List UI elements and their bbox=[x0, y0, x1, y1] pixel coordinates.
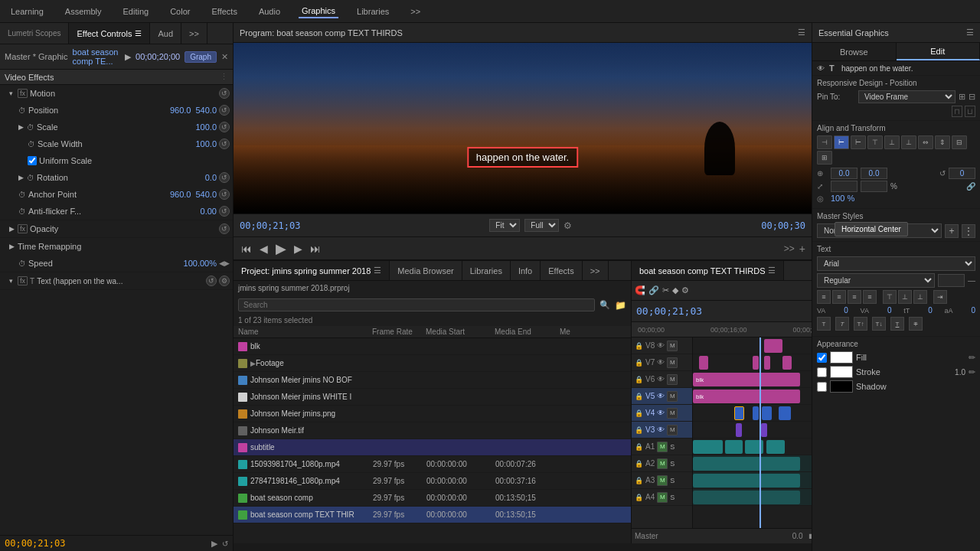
ec-close-icon[interactable]: ✕ bbox=[221, 52, 228, 62]
v3-clip1[interactable] bbox=[736, 423, 742, 437]
tab-libraries[interactable]: Libraries bbox=[462, 261, 511, 280]
stroke-width[interactable]: 1.0 bbox=[955, 368, 965, 377]
v6-clip[interactable]: blk bbox=[693, 373, 800, 386]
v3-lock[interactable]: 🔒 bbox=[635, 426, 643, 434]
motion-reset[interactable]: ↺ bbox=[219, 88, 230, 99]
rotation-input[interactable] bbox=[949, 168, 975, 179]
align-tr[interactable]: ⊔ bbox=[965, 106, 975, 117]
stroke-checkbox[interactable] bbox=[817, 367, 827, 377]
align-top-btn[interactable]: ⊤ bbox=[867, 135, 883, 149]
opacity-toggle[interactable]: ▶ bbox=[9, 225, 15, 233]
v3-eye[interactable]: 👁 bbox=[657, 425, 665, 434]
go-to-start-btn[interactable]: ⏮ bbox=[240, 241, 253, 256]
expand-arrow[interactable]: ▶ bbox=[250, 360, 256, 367]
position-y[interactable]: 540.0 bbox=[195, 106, 217, 115]
text-settings[interactable]: ⚙ bbox=[219, 276, 230, 286]
text-toggle[interactable]: ▾ bbox=[9, 277, 15, 285]
transform-y-input[interactable] bbox=[861, 168, 887, 179]
scale-width-stopwatch[interactable]: ⏱ bbox=[28, 140, 35, 148]
a4-clip1[interactable] bbox=[693, 491, 800, 504]
tr-toggle[interactable]: ▶ bbox=[9, 243, 15, 250]
align-bottom-btn[interactable]: ⊥ bbox=[901, 135, 916, 149]
align-center-h-btn[interactable]: ⊢ bbox=[834, 135, 849, 149]
a2-lock[interactable]: 🔒 bbox=[635, 460, 643, 468]
play-forward-icon[interactable]: ▶ bbox=[125, 52, 131, 62]
tab-val[interactable]: 0 bbox=[958, 306, 976, 315]
v8-lock[interactable]: 🔒 bbox=[635, 342, 643, 350]
baseline-val[interactable]: 0 bbox=[914, 306, 933, 315]
list-item[interactable]: blk bbox=[234, 338, 631, 355]
align-justify-text[interactable]: ≡ bbox=[863, 290, 877, 304]
ve-expand-icon[interactable]: ⋮ bbox=[220, 72, 228, 82]
sub-btn[interactable]: T↓ bbox=[872, 317, 886, 331]
align-tl[interactable]: ⊓ bbox=[952, 106, 962, 117]
anchor-y[interactable]: 540.0 bbox=[195, 190, 217, 199]
tab-project[interactable]: Project: jmins spring summer 2018 ☰ bbox=[234, 261, 390, 280]
fill-edit-icon[interactable]: ✏ bbox=[969, 353, 975, 363]
timeline-menu-icon[interactable]: ☰ bbox=[768, 266, 776, 276]
v8-eye[interactable]: 👁 bbox=[657, 341, 665, 350]
a3-clip1[interactable] bbox=[693, 474, 800, 487]
scale-value[interactable]: 100.0 bbox=[195, 122, 217, 132]
eg-tab-edit[interactable]: Edit bbox=[897, 43, 981, 60]
shadow-checkbox[interactable] bbox=[817, 382, 827, 392]
time-remapping-row[interactable]: ▶ Time Remapping bbox=[0, 238, 233, 255]
nav-overflow[interactable]: >> bbox=[407, 5, 423, 18]
opacity-pct[interactable]: 100 % bbox=[831, 194, 854, 203]
v7-clip1[interactable] bbox=[699, 356, 708, 370]
motion-toggle[interactable]: ▾ bbox=[9, 90, 15, 97]
distribute-h-btn[interactable]: ⇔ bbox=[918, 135, 933, 149]
motion-row[interactable]: ▾ fx Motion ↺ bbox=[0, 85, 233, 102]
tab-audio[interactable]: Aud bbox=[150, 23, 181, 44]
v4-clip1[interactable] bbox=[734, 406, 743, 420]
font-size-input[interactable]: 100 bbox=[938, 274, 965, 287]
v6-lock[interactable]: 🔒 bbox=[635, 376, 643, 383]
nav-item-graphics[interactable]: Graphics bbox=[299, 5, 338, 18]
v6-eye[interactable]: 👁 bbox=[657, 375, 665, 383]
eg-menu-icon[interactable]: ☰ bbox=[966, 28, 974, 37]
v8-mute[interactable]: M bbox=[667, 341, 678, 351]
v4-eye[interactable]: 👁 bbox=[657, 409, 665, 417]
text-layer-row[interactable]: ▾ fx T Text (happen on the wa... ↺ ⚙ bbox=[0, 272, 233, 289]
master-styles-add-btn[interactable]: + bbox=[945, 224, 959, 238]
tab-effects[interactable]: Effects bbox=[541, 261, 582, 280]
anti-flicker-value[interactable]: 0.00 bbox=[201, 207, 217, 216]
nav-item-effects[interactable]: Effects bbox=[208, 5, 240, 18]
nav-item-editing[interactable]: Editing bbox=[120, 5, 152, 18]
project-search-input[interactable] bbox=[238, 298, 595, 311]
a3-mute[interactable]: M bbox=[657, 475, 668, 486]
v5-eye[interactable]: 👁 bbox=[657, 392, 665, 400]
position-reset[interactable]: ↺ bbox=[219, 105, 230, 116]
align-center-text[interactable]: ≡ bbox=[832, 290, 846, 304]
v4-lock[interactable]: 🔒 bbox=[635, 409, 643, 417]
anchor-stopwatch[interactable]: ⏱ bbox=[18, 191, 26, 199]
pin-to-icon2[interactable]: ⊟ bbox=[969, 92, 975, 102]
project-menu-icon[interactable]: ☰ bbox=[374, 266, 381, 276]
list-item[interactable]: 27847198146_1080p.mp4 29.97 fps 00:00:00… bbox=[234, 473, 631, 490]
opacity-row[interactable]: ▶ fx Opacity ↺ bbox=[0, 220, 233, 237]
new-bin-icon[interactable]: 📁 bbox=[615, 300, 626, 311]
a2-mute[interactable]: M bbox=[657, 458, 668, 469]
align-top-text[interactable]: ⊤ bbox=[883, 290, 897, 304]
v8-clip[interactable] bbox=[764, 339, 782, 353]
layer-visibility-icon[interactable]: 👁 bbox=[817, 64, 826, 73]
align-left-btn[interactable]: ⊣ bbox=[817, 135, 832, 149]
eg-tab-browse[interactable]: Browse bbox=[812, 43, 897, 60]
font-size-slider-icon[interactable]: — bbox=[968, 276, 975, 285]
step-back-btn[interactable]: ◀ bbox=[258, 241, 270, 256]
v5-mute[interactable]: M bbox=[667, 391, 678, 402]
v4-clip4[interactable] bbox=[779, 406, 791, 420]
tab-info[interactable]: Info bbox=[511, 261, 541, 280]
a3-solo[interactable]: S bbox=[670, 477, 675, 484]
stroke-color-swatch[interactable] bbox=[830, 366, 853, 378]
stroke-edit-icon[interactable]: ✏ bbox=[969, 367, 975, 377]
list-item[interactable]: Johnson Meier jmins NO BOF bbox=[234, 372, 631, 389]
ec-play-btn[interactable]: ▶ bbox=[211, 539, 217, 549]
va-value1[interactable]: 0 bbox=[830, 306, 848, 315]
step-forward-btn[interactable]: ▶ bbox=[292, 241, 304, 256]
small-caps-btn[interactable]: T bbox=[817, 317, 831, 331]
a4-mute[interactable]: M bbox=[657, 492, 668, 503]
nav-item-audio[interactable]: Audio bbox=[256, 5, 283, 18]
a2-solo[interactable]: S bbox=[670, 460, 675, 468]
strikethrough-btn[interactable]: T bbox=[909, 317, 923, 331]
